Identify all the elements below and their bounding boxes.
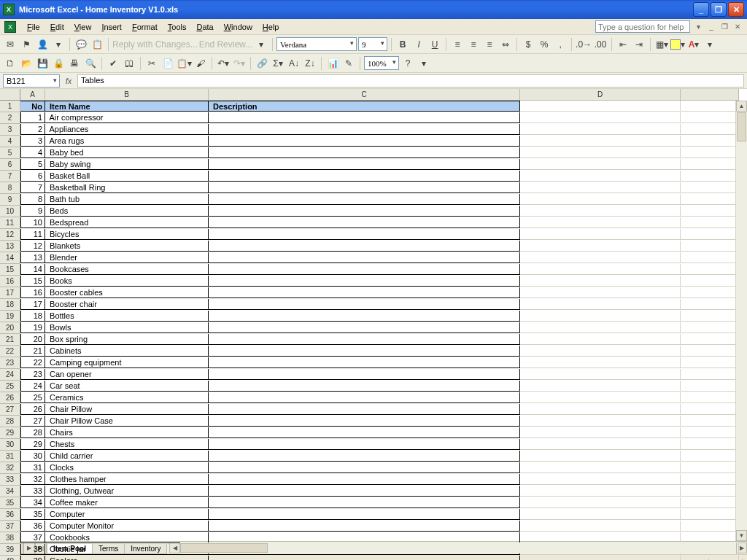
- cell-E9[interactable]: [681, 194, 739, 205]
- cell-D31[interactable]: [520, 451, 681, 462]
- cell-E6[interactable]: [681, 159, 739, 170]
- cell-C16[interactable]: [209, 276, 520, 287]
- cell-A13[interactable]: 12: [20, 241, 45, 252]
- cell-B30[interactable]: Chests: [45, 439, 209, 450]
- cell-E30[interactable]: [681, 439, 739, 450]
- cell-B32[interactable]: Clocks: [45, 462, 209, 473]
- cell-D11[interactable]: [520, 217, 681, 228]
- cell-A39[interactable]: 38: [20, 544, 45, 555]
- cell-E26[interactable]: [681, 392, 739, 403]
- cell-C33[interactable]: [209, 474, 520, 485]
- cell-C4[interactable]: [209, 136, 520, 147]
- underline-button[interactable]: U: [427, 37, 442, 52]
- row-header-4[interactable]: 4: [0, 136, 20, 147]
- copy-button[interactable]: 📄: [160, 56, 175, 71]
- cell-D20[interactable]: [520, 322, 681, 333]
- cell-D23[interactable]: [520, 357, 681, 368]
- cell-C30[interactable]: [209, 439, 520, 450]
- cell-E32[interactable]: [681, 462, 739, 473]
- cell-C11[interactable]: [209, 217, 520, 228]
- cell-A23[interactable]: 22: [20, 357, 45, 368]
- new-button[interactable]: 🗋: [3, 56, 18, 71]
- cell-E22[interactable]: [681, 346, 739, 357]
- row-header-25[interactable]: 25: [0, 381, 20, 392]
- cell-D16[interactable]: [520, 276, 681, 287]
- cell-A30[interactable]: 29: [20, 439, 45, 450]
- row-header-8[interactable]: 8: [0, 182, 20, 194]
- cell-A38[interactable]: 37: [20, 532, 45, 543]
- row-header-7[interactable]: 7: [0, 171, 20, 182]
- cell-A19[interactable]: 18: [20, 311, 45, 322]
- cell-D12[interactable]: [520, 229, 681, 240]
- cell-E31[interactable]: [681, 451, 739, 462]
- row-header-20[interactable]: 20: [0, 322, 20, 334]
- row-header-37[interactable]: 37: [0, 521, 20, 532]
- cell-C5[interactable]: [209, 147, 520, 158]
- cell-A17[interactable]: 16: [20, 287, 45, 298]
- cell-C18[interactable]: [209, 299, 520, 310]
- menu-file[interactable]: File: [22, 21, 45, 33]
- cell-C40[interactable]: [209, 556, 520, 560]
- decrease-decimal-button[interactable]: .00: [593, 37, 608, 52]
- cell-B8[interactable]: Basketball Ring: [45, 182, 209, 193]
- row-header-11[interactable]: 11: [0, 217, 20, 229]
- cell-B26[interactable]: Ceramics: [45, 392, 209, 403]
- maximize-button[interactable]: ❐: [711, 2, 727, 17]
- cell-A16[interactable]: 15: [20, 276, 45, 287]
- row-header-3[interactable]: 3: [0, 124, 20, 136]
- cell-C8[interactable]: [209, 182, 520, 193]
- cell-D17[interactable]: [520, 287, 681, 298]
- cell-D1[interactable]: [520, 101, 681, 112]
- cell-C23[interactable]: [209, 357, 520, 368]
- cell-D33[interactable]: [520, 474, 681, 485]
- cell-B14[interactable]: Blender: [45, 252, 209, 263]
- toolbar-options-icon-3[interactable]: ▾: [417, 56, 431, 71]
- cell-D38[interactable]: [520, 532, 681, 543]
- row-header-12[interactable]: 12: [0, 229, 20, 241]
- font-size-combo[interactable]: 9: [358, 37, 387, 51]
- cell-E23[interactable]: [681, 357, 739, 368]
- cell-C26[interactable]: [209, 392, 520, 403]
- horizontal-scroll-thumb[interactable]: [180, 543, 268, 553]
- cell-A14[interactable]: 13: [20, 252, 45, 263]
- cell-E5[interactable]: [681, 147, 739, 158]
- drawing-button[interactable]: ✎: [341, 56, 356, 71]
- bold-button[interactable]: B: [395, 37, 410, 52]
- cell-A31[interactable]: 30: [20, 451, 45, 462]
- cell-E4[interactable]: [681, 136, 739, 147]
- row-header-16[interactable]: 16: [0, 276, 20, 287]
- mdi-minimize-button[interactable]: _: [706, 22, 716, 32]
- row-header-40[interactable]: 40: [0, 556, 20, 560]
- help-search-input[interactable]: [595, 20, 690, 33]
- row-header-28[interactable]: 28: [0, 416, 20, 427]
- cell-C9[interactable]: [209, 194, 520, 205]
- cell-A8[interactable]: 7: [20, 182, 45, 193]
- cell-E7[interactable]: [681, 171, 739, 182]
- row-header-36[interactable]: 36: [0, 509, 20, 521]
- zoom-combo[interactable]: 100%: [364, 56, 399, 70]
- font-family-combo[interactable]: Verdana: [276, 37, 357, 51]
- font-color-button[interactable]: A▾: [686, 37, 701, 52]
- menu-data[interactable]: Data: [191, 21, 218, 33]
- row-header-30[interactable]: 30: [0, 439, 20, 451]
- cell-D4[interactable]: [520, 136, 681, 147]
- cell-B16[interactable]: Books: [45, 276, 209, 287]
- cell-B3[interactable]: Appliances: [45, 124, 209, 135]
- cell-B21[interactable]: Box spring: [45, 334, 209, 345]
- currency-button[interactable]: $: [521, 37, 535, 52]
- cell-D32[interactable]: [520, 462, 681, 473]
- row-header-35[interactable]: 35: [0, 497, 20, 509]
- cell-E17[interactable]: [681, 287, 739, 298]
- row-header-14[interactable]: 14: [0, 252, 20, 264]
- print-preview-button[interactable]: 🔍: [83, 56, 98, 71]
- col-header-extra[interactable]: [681, 89, 739, 101]
- cell-B4[interactable]: Area rugs: [45, 136, 209, 147]
- format-painter-button[interactable]: 🖌: [193, 56, 208, 71]
- cell-B25[interactable]: Car seat: [45, 381, 209, 392]
- paste-button[interactable]: 📋▾: [177, 56, 192, 71]
- cell-D21[interactable]: [520, 334, 681, 345]
- cell-D36[interactable]: [520, 509, 681, 520]
- cell-B22[interactable]: Cabinets: [45, 346, 209, 357]
- cell-D18[interactable]: [520, 299, 681, 310]
- row-header-32[interactable]: 32: [0, 462, 20, 474]
